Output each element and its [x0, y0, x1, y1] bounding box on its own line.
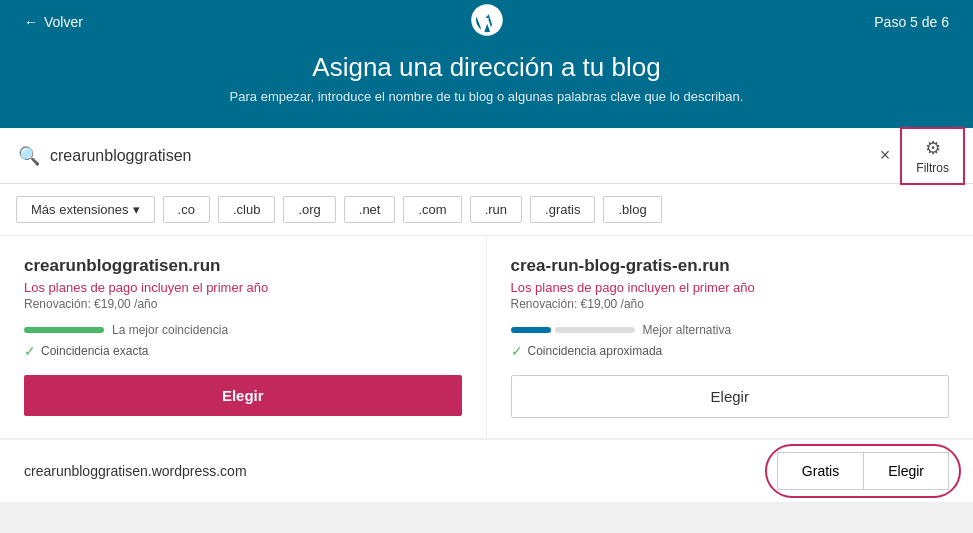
page-title: Asigna una dirección a tu blog [24, 52, 949, 83]
check-label-2: ✓ Coincidencia aproximada [511, 343, 950, 359]
clear-button[interactable]: × [870, 145, 901, 166]
match-bar-wrap-2: Mejor alternativa [511, 323, 950, 337]
ext-gratis-button[interactable]: .gratis [530, 196, 595, 223]
main-content: 🔍 × ⚙ Filtros Más extensiones ▾ .co .clu… [0, 128, 973, 502]
ext-run-button[interactable]: .run [470, 196, 522, 223]
back-button[interactable]: ← Volver [24, 14, 83, 30]
search-bar: 🔍 × ⚙ Filtros [0, 128, 973, 184]
ext-com-button[interactable]: .com [403, 196, 461, 223]
subtitle-2: Los planes de pago incluyen el primer añ… [511, 280, 950, 295]
chevron-down-icon: ▾ [133, 202, 140, 217]
title-section: Asigna una dirección a tu blog Para empe… [0, 44, 973, 128]
check-icon-1: ✓ [24, 343, 36, 359]
gear-icon: ⚙ [925, 137, 941, 159]
result-card-2: crea-run-blog-gratis-en.run Los planes d… [487, 236, 974, 438]
extension-filters: Más extensiones ▾ .co .club .org .net .c… [0, 184, 973, 236]
footer-bar: crearunbloggratisen.wordpress.com Gratis… [0, 439, 973, 502]
subtitle-1: Los planes de pago incluyen el primer añ… [24, 280, 462, 295]
check-icon-2: ✓ [511, 343, 523, 359]
match-bar-1 [24, 327, 104, 333]
search-input[interactable] [50, 147, 870, 165]
footer-domain: crearunbloggratisen.wordpress.com [24, 463, 247, 479]
price-2: Renovación: €19,00 /año [511, 297, 950, 311]
more-extensions-label: Más extensiones [31, 202, 129, 217]
back-arrow-icon: ← [24, 14, 38, 30]
wordpress-logo [469, 2, 505, 42]
ext-net-button[interactable]: .net [344, 196, 396, 223]
step-indicator: Paso 5 de 6 [874, 14, 949, 30]
ext-blog-button[interactable]: .blog [603, 196, 661, 223]
results-grid: crearunbloggratisen.run Los planes de pa… [0, 236, 973, 439]
match-bar-wrap-1: La mejor coincidencia [24, 323, 462, 337]
page-subtitle: Para empezar, introduce el nombre de tu … [24, 89, 949, 104]
check-label-1: ✓ Coincidencia exacta [24, 343, 462, 359]
check-text-2: Coincidencia aproximada [528, 344, 663, 358]
match-bar-gray-2 [555, 327, 635, 333]
header: ← Volver Paso 5 de 6 [0, 0, 973, 44]
match-label-1: La mejor coincidencia [112, 323, 228, 337]
match-bar-blue-2 [511, 327, 551, 333]
more-extensions-button[interactable]: Más extensiones ▾ [16, 196, 155, 223]
domain-1: crearunbloggratisen.run [24, 256, 462, 276]
ext-co-button[interactable]: .co [163, 196, 210, 223]
filters-button[interactable]: ⚙ Filtros [900, 127, 965, 185]
footer-elegir-button[interactable]: Elegir [863, 452, 949, 490]
filters-label: Filtros [916, 161, 949, 175]
match-label-2: Mejor alternativa [643, 323, 732, 337]
footer-actions: Gratis Elegir [777, 452, 949, 490]
elegir-button-2[interactable]: Elegir [511, 375, 950, 418]
search-icon: 🔍 [8, 145, 50, 167]
result-card-1: crearunbloggratisen.run Los planes de pa… [0, 236, 487, 438]
domain-2: crea-run-blog-gratis-en.run [511, 256, 950, 276]
price-1: Renovación: €19,00 /año [24, 297, 462, 311]
elegir-button-1[interactable]: Elegir [24, 375, 462, 416]
ext-org-button[interactable]: .org [283, 196, 335, 223]
gratis-button[interactable]: Gratis [777, 452, 863, 490]
ext-club-button[interactable]: .club [218, 196, 275, 223]
check-text-1: Coincidencia exacta [41, 344, 148, 358]
back-label: Volver [44, 14, 83, 30]
